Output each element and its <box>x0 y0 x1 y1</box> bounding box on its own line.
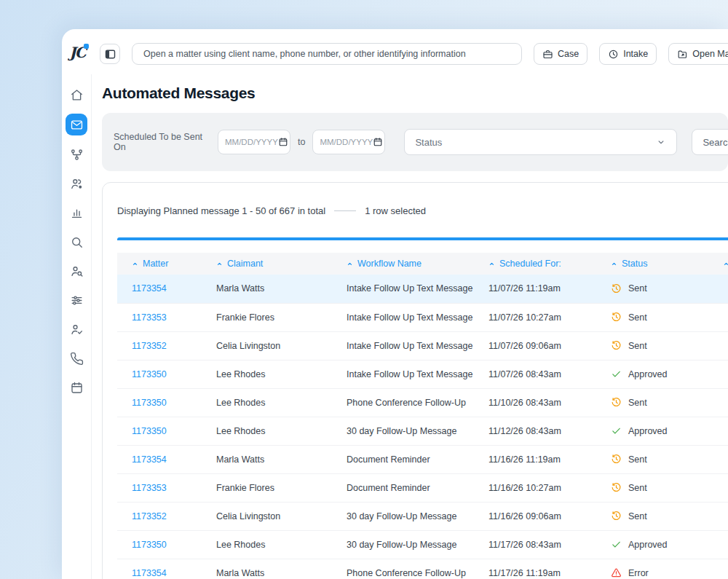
workflow-cell: Intake Follow Up Text Message <box>332 360 474 388</box>
sidebar-item-clients[interactable] <box>66 173 87 194</box>
matter-cell: 1173350 <box>117 530 202 559</box>
table-row[interactable]: 1173353Frankie FloresIntake Follow Up Te… <box>117 303 728 331</box>
workflow-cell: 30 day Follow-Up Message <box>332 417 474 445</box>
matter-link[interactable]: 1173354 <box>132 568 167 578</box>
envelope-icon <box>70 118 84 132</box>
matter-link[interactable]: 1173350 <box>132 426 167 436</box>
scheduled-cell: 11/07/26 08:43am <box>474 360 596 388</box>
logo-dot <box>84 44 89 49</box>
workflow-cell: Document Reminder <box>332 445 474 473</box>
table-row[interactable]: 1173354Marla WattsPhone Conference Follo… <box>117 559 728 579</box>
table-row[interactable]: 1173352Celia LivingstonIntake Follow Up … <box>117 331 728 360</box>
app-logo[interactable]: JC <box>62 39 92 66</box>
column-header-matter[interactable]: Matter <box>117 253 202 275</box>
table-row[interactable]: 1173354Marla WattsDocument Reminder11/16… <box>117 445 728 473</box>
sidebar-item-analytics[interactable] <box>66 202 87 223</box>
empty-cell <box>708 303 728 331</box>
case-button[interactable]: Case <box>534 43 587 65</box>
status-label: Sent <box>628 283 647 294</box>
topbar: CaseIntakeOpen Matters <box>100 43 728 65</box>
workflow-cell: 30 day Follow-Up Message <box>332 530 474 559</box>
matter-link[interactable]: 1173354 <box>132 454 167 465</box>
status-cell: Approved <box>596 417 708 445</box>
matter-link[interactable]: 1173350 <box>132 398 167 408</box>
date-from-input[interactable]: MM/DD/YYYY <box>218 130 290 154</box>
filter-bar: Scheduled To be Sent On MM/DD/YYYY to MM… <box>102 113 728 171</box>
matter-link[interactable]: 1173352 <box>132 341 167 351</box>
status-cell: Error <box>596 559 708 579</box>
history-clock-icon <box>611 397 622 408</box>
matter-link[interactable]: 1173350 <box>132 540 167 550</box>
matter-cell: 1173352 <box>117 331 202 360</box>
matter-link[interactable]: 1173354 <box>132 283 167 294</box>
sidebar-item-person-check[interactable] <box>66 319 87 339</box>
date-to-placeholder: MM/DD/YYYY <box>320 138 373 146</box>
matter-link[interactable]: 1173350 <box>132 369 167 379</box>
date-to-input[interactable]: MM/DD/YYYY <box>312 130 385 154</box>
empty-cell <box>708 360 728 388</box>
matter-cell: 1173354 <box>117 445 202 473</box>
table-row[interactable]: 1173350Lee Rhodes30 day Follow-Up Messag… <box>117 530 728 559</box>
column-header-workflow-name[interactable]: Workflow Name <box>332 253 474 275</box>
calendar-icon <box>70 381 84 395</box>
scheduled-cell: 11/12/26 08:43am <box>474 417 596 445</box>
claimant-cell: Marla Watts <box>202 445 332 473</box>
matter-link[interactable]: 1173352 <box>132 511 167 521</box>
column-header-status[interactable]: Status <box>596 253 708 275</box>
calendar-icon <box>373 137 383 147</box>
date-from-placeholder: MM/DD/YYYY <box>225 138 278 146</box>
history-clock-icon <box>611 511 622 521</box>
table-row[interactable]: 1173354Marla WattsIntake Follow Up Text … <box>117 275 728 303</box>
empty-cell <box>708 445 728 473</box>
column-header[interactable] <box>708 253 728 275</box>
sidebar-item-workflow[interactable] <box>66 144 87 165</box>
sidebar-item-person-search[interactable] <box>66 261 87 281</box>
open-matters-button[interactable]: Open Matters <box>668 43 728 65</box>
sidebar-item-search[interactable] <box>66 232 87 252</box>
global-search-input[interactable] <box>132 43 522 65</box>
history-clock-icon <box>611 312 622 323</box>
workflow-cell: Phone Conference Follow-Up <box>332 559 474 579</box>
workflow-cell: Intake Follow Up Text Message <box>332 303 474 331</box>
sidebar-item-envelope[interactable] <box>66 114 87 135</box>
table-row[interactable]: 1173350Lee RhodesIntake Follow Up Text M… <box>117 360 728 388</box>
claimant-cell: Marla Watts <box>202 559 332 579</box>
phone-icon <box>70 352 84 366</box>
sidebar-item-phone[interactable] <box>66 348 87 369</box>
status-filter-select[interactable]: Status <box>404 129 677 155</box>
scheduled-cell: 11/16/26 10:27am <box>474 473 596 502</box>
column-header-claimant[interactable]: Claimant <box>202 253 332 275</box>
search-matters-input[interactable]: Search Matters <box>692 129 728 155</box>
matter-link[interactable]: 1173353 <box>132 483 167 493</box>
table-row[interactable]: 1173353Frankie FloresDocument Reminder11… <box>117 473 728 502</box>
person-search-icon <box>70 264 84 278</box>
table-row[interactable]: 1173350Lee Rhodes30 day Follow-Up Messag… <box>117 417 728 445</box>
table-row[interactable]: 1173350Lee RhodesPhone Conference Follow… <box>117 388 728 417</box>
to-label: to <box>298 137 305 147</box>
sidebar-toggle-button[interactable] <box>100 44 120 64</box>
sidebar-item-calendar[interactable] <box>66 377 87 398</box>
claimant-cell: Lee Rhodes <box>202 388 332 417</box>
history-clock-icon <box>611 340 622 351</box>
column-header-scheduled-for[interactable]: Scheduled For: <box>474 253 596 275</box>
home-icon <box>70 88 84 102</box>
empty-cell <box>708 388 728 417</box>
intake-button[interactable]: Intake <box>599 43 657 65</box>
status-filter-value: Status <box>415 137 442 148</box>
status-cell: Sent <box>596 331 708 360</box>
empty-cell <box>708 559 728 579</box>
clients-icon <box>70 177 84 191</box>
sidebar-item-home[interactable] <box>66 84 87 105</box>
status-label: Approved <box>628 369 668 379</box>
sidebar-item-sliders[interactable] <box>66 290 87 310</box>
scheduled-cell: 11/17/26 08:43am <box>474 530 596 559</box>
status-cell: Sent <box>596 388 708 417</box>
panel-toggle-icon <box>104 48 116 60</box>
check-icon <box>611 369 622 379</box>
briefcase-icon <box>542 49 553 60</box>
matter-link[interactable]: 1173353 <box>132 312 167 323</box>
table-row[interactable]: 1173352Celia Livingston30 day Follow-Up … <box>117 502 728 530</box>
empty-cell <box>708 275 728 303</box>
summary-divider <box>334 210 356 211</box>
claimant-cell: Frankie Flores <box>202 303 332 331</box>
